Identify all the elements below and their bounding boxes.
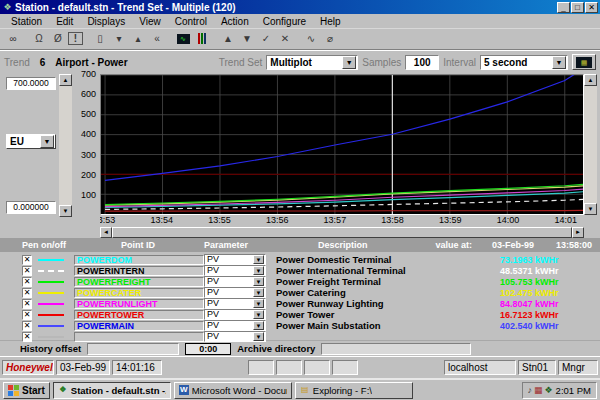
scale-max-input[interactable]: 700.0000 — [6, 77, 56, 90]
chevron-down-icon[interactable]: ▼ — [552, 56, 566, 69]
maximize-button[interactable]: □ — [571, 2, 584, 13]
scroll-right-icon[interactable]: ► — [572, 227, 584, 238]
scale-unit-select[interactable]: EU ▼ — [6, 134, 56, 149]
taskbar-task-word[interactable]: WMicrosoft Word - Document5 — [174, 382, 292, 399]
page-back-icon[interactable]: « — [148, 31, 166, 47]
archive-directory-input[interactable] — [321, 343, 471, 355]
chevron-down-icon[interactable]: ▼ — [253, 332, 264, 341]
menu-view[interactable]: View — [132, 15, 168, 28]
pen-color-sample — [38, 281, 64, 283]
pen-row: ✕POWERTOWERPV▼Power Tower16.7123 kWHr — [0, 309, 600, 320]
trend-display-button[interactable]: ▦ — [572, 54, 596, 70]
samples-input[interactable]: 100 — [405, 55, 439, 70]
scroll-down-icon[interactable]: ▼ — [59, 205, 72, 217]
minimize-button[interactable]: _ — [557, 2, 570, 13]
plot-vscroll-track[interactable] — [584, 86, 597, 203]
chevron-down-icon[interactable]: ▼ — [253, 266, 264, 275]
point-id-cell[interactable]: POWERMAIN — [74, 321, 204, 331]
pen-checkbox[interactable]: ✕ — [22, 299, 32, 309]
tray-icons: ♪▦❖ — [528, 385, 553, 395]
chevron-down-icon[interactable]: ▼ — [253, 299, 264, 308]
pen-checkbox[interactable]: ✕ — [22, 277, 32, 287]
page-down-icon[interactable]: ▾ — [110, 31, 128, 47]
pen-checkbox[interactable]: ✕ — [22, 332, 32, 342]
pen-checkbox[interactable]: ✕ — [22, 310, 32, 320]
close-button[interactable]: ✕ — [585, 2, 598, 13]
chevron-down-icon[interactable]: ▼ — [253, 288, 264, 297]
cancel-icon[interactable]: ✕ — [276, 31, 294, 47]
parameter-select[interactable]: PV▼ — [204, 331, 266, 342]
y-tick-label: 100 — [81, 190, 96, 200]
station-tray-icon[interactable]: ❖ — [545, 385, 553, 395]
menu-displays[interactable]: Displays — [80, 15, 132, 28]
start-button[interactable]: Start — [3, 382, 50, 399]
chevron-down-icon[interactable]: ▼ — [342, 56, 356, 69]
point-id-cell[interactable]: POWERTOWER — [74, 310, 204, 320]
pen-row: ✕POWERRUNLIGHTPV▼Power Runway Lighting84… — [0, 298, 600, 309]
pen-checkbox[interactable]: ✕ — [22, 266, 32, 276]
pen-checkbox[interactable]: ✕ — [22, 288, 32, 298]
scroll-up-icon[interactable]: ▲ — [59, 74, 72, 86]
plot-scrollbar-horizontal[interactable]: ◄ ► — [100, 227, 584, 238]
alarm-ack-icon[interactable]: Ω — [30, 31, 48, 47]
parameter-select[interactable]: PV▼ — [204, 265, 266, 276]
raise-icon[interactable]: ▲ — [219, 31, 237, 47]
point-id-cell[interactable]: POWERINTERN — [74, 266, 204, 276]
alarm-summary-icon[interactable]: ! — [68, 32, 83, 45]
menu-control[interactable]: Control — [168, 15, 214, 28]
parameter-select[interactable]: PV▼ — [204, 254, 266, 265]
page-up-icon[interactable]: ▴ — [129, 31, 147, 47]
chevron-down-icon[interactable]: ▼ — [253, 321, 264, 330]
scroll-down-icon[interactable]: ▼ — [584, 203, 597, 215]
point-id-cell[interactable] — [74, 332, 204, 342]
menu-station[interactable]: Station — [4, 15, 49, 28]
pen-checkbox[interactable]: ✕ — [22, 321, 32, 331]
station-connect-icon[interactable]: ∞ — [4, 31, 22, 47]
parameter-select[interactable]: PV▼ — [204, 320, 266, 331]
scroll-up-icon[interactable]: ▲ — [584, 74, 597, 86]
chevron-down-icon[interactable]: ▼ — [253, 255, 264, 264]
menu-edit[interactable]: Edit — [49, 15, 80, 28]
volume-icon[interactable]: ♪ — [528, 385, 533, 395]
chevron-down-icon[interactable]: ▼ — [40, 135, 54, 148]
menu-action[interactable]: Action — [214, 15, 256, 28]
point-id-cell[interactable]: POWERCATER — [74, 288, 204, 298]
point-id-cell[interactable]: POWERRUNLIGHT — [74, 299, 204, 309]
pen-color-sample — [38, 336, 64, 338]
pen-checkbox[interactable]: ✕ — [22, 255, 32, 265]
scale-scrollbar-track[interactable] — [59, 86, 72, 205]
display-tray-icon[interactable]: ▦ — [534, 385, 543, 395]
trend-set-select[interactable]: Multiplot ▼ — [266, 55, 358, 70]
trend-bars-icon[interactable] — [193, 31, 211, 47]
taskbar-task-explorer[interactable]: ▤Exploring - F:\ — [295, 382, 413, 399]
lower-icon[interactable]: ▼ — [238, 31, 256, 47]
history-offset-value[interactable]: 0:00 — [185, 343, 231, 355]
trend-squiggle-icon[interactable]: ∿ — [302, 31, 320, 47]
point-id-cell[interactable]: POWERDOM — [74, 255, 204, 265]
history-offset-input[interactable] — [87, 343, 179, 355]
plot-hscroll-thumb[interactable] — [112, 227, 572, 238]
plot-scrollbar-vertical[interactable]: ▲ ▼ — [584, 74, 597, 215]
chevron-down-icon[interactable]: ▼ — [253, 310, 264, 319]
parameter-select[interactable]: PV▼ — [204, 298, 266, 309]
point-id-cell[interactable]: POWERFREIGHT — [74, 277, 204, 287]
scroll-left-icon[interactable]: ◄ — [100, 227, 112, 238]
scale-min-input[interactable]: 0.000000 — [6, 201, 56, 214]
parameter-select[interactable]: PV▼ — [204, 276, 266, 287]
menu-help[interactable]: Help — [313, 15, 348, 28]
accept-icon[interactable]: ✓ — [257, 31, 275, 47]
zoom-icon[interactable]: ⌀ — [321, 31, 339, 47]
alarm-silence-icon[interactable]: Ø — [49, 31, 67, 47]
trend-plot[interactable] — [100, 74, 584, 215]
scale-scrollbar[interactable]: ▲ ▼ — [59, 74, 72, 217]
point-value: 105.753 kWHr — [500, 277, 600, 287]
chevron-down-icon[interactable]: ▼ — [253, 277, 264, 286]
parameter-select[interactable]: PV▼ — [204, 309, 266, 320]
taskbar-task-station[interactable]: ❖Station - default.stn -... — [53, 382, 171, 399]
parameter-select[interactable]: PV▼ — [204, 287, 266, 298]
display-icon[interactable]: ∿ — [174, 31, 192, 47]
trend-set-label: Trend Set — [219, 57, 263, 68]
interval-select[interactable]: 5 second ▼ — [480, 55, 568, 70]
menu-configure[interactable]: Configure — [256, 15, 313, 28]
page-icon[interactable]: ▯ — [91, 31, 109, 47]
